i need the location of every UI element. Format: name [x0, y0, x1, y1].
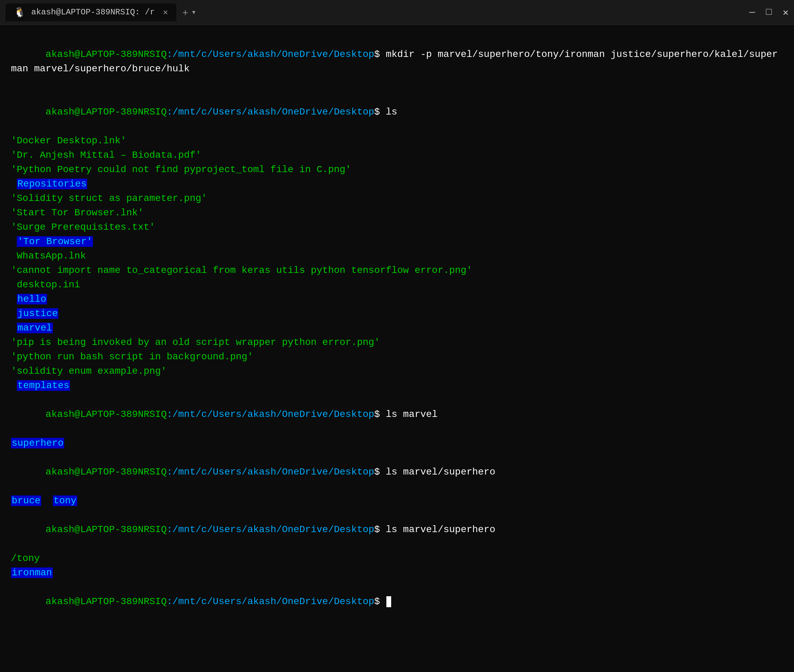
output-whatsapp: WhatsApp.lnk: [11, 249, 783, 263]
prompt-user-2: akash@LAPTOP-389NRSIQ: [46, 107, 167, 117]
window-controls: — □ ✕: [749, 6, 789, 18]
output-solidity-struct: 'Solidity struct as parameter.png': [11, 191, 783, 206]
output-bruce-tony: bruce tony: [11, 494, 783, 508]
cmd-2: $ ls: [374, 107, 397, 117]
output-poetry: 'Python Poetry could not find pyproject_…: [11, 163, 783, 177]
output-hello: hello: [11, 292, 783, 307]
terminal-window: 🐧 akash@LAPTOP-389NRSIQ: /r ✕ ＋ ▾ — □ ✕ …: [0, 0, 794, 672]
tab-dropdown-button[interactable]: ▾: [191, 7, 196, 17]
output-ironman: ironman: [11, 566, 783, 580]
tab-close-button[interactable]: ✕: [163, 7, 168, 17]
output-start-tor: 'Start Tor Browser.lnk': [11, 206, 783, 220]
prompt-path-3: :/mnt/c/Users/akash/OneDrive/Desktop: [167, 409, 374, 420]
prompt-path-4: :/mnt/c/Users/akash/OneDrive/Desktop: [167, 467, 374, 477]
close-button[interactable]: ✕: [783, 6, 789, 18]
dir-tor-browser: 'Tor Browser': [17, 236, 93, 247]
new-tab-button[interactable]: ＋: [180, 6, 190, 19]
prompt-path-1: :/mnt/c/Users/akash/OneDrive/Desktop: [167, 49, 374, 60]
dir-repositories: Repositories: [17, 179, 88, 189]
line-2: akash@LAPTOP-389NRSIQ:/mnt/c/Users/akash…: [11, 91, 783, 134]
cmd-5: $ ls marvel/superhero: [374, 524, 496, 535]
prompt-user-1: akash@LAPTOP-389NRSIQ: [46, 49, 167, 60]
titlebar: 🐧 akash@LAPTOP-389NRSIQ: /r ✕ ＋ ▾ — □ ✕: [0, 0, 794, 25]
dir-templates: templates: [17, 380, 70, 391]
output-pip: 'pip is being invoked by an old script w…: [11, 335, 783, 350]
line-final-prompt: akash@LAPTOP-389NRSIQ:/mnt/c/Users/akash…: [11, 580, 783, 623]
dir-marvel: marvel: [17, 323, 53, 333]
terminal-tab[interactable]: 🐧 akash@LAPTOP-389NRSIQ: /r ✕: [5, 3, 176, 21]
prompt-user-5: akash@LAPTOP-389NRSIQ: [46, 524, 167, 535]
linux-icon: 🐧: [14, 6, 26, 18]
output-desktop-ini: desktop.ini: [11, 278, 783, 292]
dir-bruce: bruce: [11, 495, 41, 506]
prompt-user-4: akash@LAPTOP-389NRSIQ: [46, 467, 167, 477]
output-docker: 'Docker Desktop.lnk': [11, 134, 783, 148]
cmd-3: $ ls marvel: [374, 409, 438, 420]
output-surge: 'Surge Prerequisites.txt': [11, 220, 783, 235]
output-tor-browser: 'Tor Browser': [11, 235, 783, 249]
output-biodata: 'Dr. Anjesh Mittal – Biodata.pdf': [11, 148, 783, 163]
dir-justice: justice: [17, 308, 59, 319]
prompt-path-6: :/mnt/c/Users/akash/OneDrive/Desktop: [167, 596, 374, 607]
prompt-path-5: :/mnt/c/Users/akash/OneDrive/Desktop: [167, 524, 374, 535]
dir-ironman: ironman: [11, 568, 53, 578]
output-slash-tony: /tony: [11, 551, 783, 566]
dir-superhero: superhero: [11, 438, 64, 448]
line-ls-marvel: akash@LAPTOP-389NRSIQ:/mnt/c/Users/akash…: [11, 393, 783, 436]
output-keras: 'cannot import name to_categorical from …: [11, 263, 783, 278]
dir-tony: tony: [53, 495, 77, 506]
cmd-4: $ ls marvel/superhero: [374, 467, 496, 477]
output-superhero: superhero: [11, 436, 783, 451]
prompt-user-3: akash@LAPTOP-389NRSIQ: [46, 409, 167, 420]
output-templates: templates: [11, 379, 783, 393]
dir-hello: hello: [17, 294, 47, 304]
prompt-path-2: :/mnt/c/Users/akash/OneDrive/Desktop: [167, 107, 374, 117]
output-marvel: marvel: [11, 321, 783, 335]
minimize-button[interactable]: —: [749, 7, 755, 18]
tab-title: akash@LAPTOP-389NRSIQ: /r: [31, 8, 155, 17]
output-justice: justice: [11, 307, 783, 321]
terminal-cursor: [387, 596, 391, 607]
prompt-user-6: akash@LAPTOP-389NRSIQ: [46, 596, 167, 607]
line-ls-marvel-superhero: akash@LAPTOP-389NRSIQ:/mnt/c/Users/akash…: [11, 451, 783, 494]
cmd-6: $: [374, 596, 386, 607]
maximize-button[interactable]: □: [766, 7, 772, 18]
line-ls-tony: akash@LAPTOP-389NRSIQ:/mnt/c/Users/akash…: [11, 508, 783, 551]
output-solidity-enum: 'solidity enum example.png': [11, 364, 783, 379]
line-1: akash@LAPTOP-389NRSIQ:/mnt/c/Users/akash…: [11, 33, 783, 91]
output-python-run: 'python run bash script in background.pn…: [11, 350, 783, 364]
output-repositories: Repositories: [11, 177, 783, 191]
terminal-body[interactable]: akash@LAPTOP-389NRSIQ:/mnt/c/Users/akash…: [0, 25, 794, 672]
